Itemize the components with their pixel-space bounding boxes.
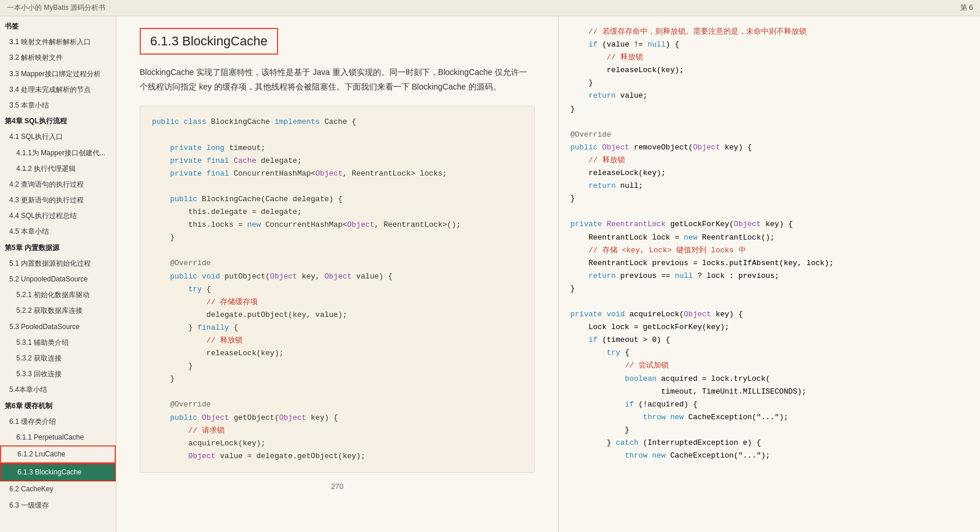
sidebar[interactable]: 书签3.1 映射文件解析解析入口3.2 解析映射文件3.3 Mapper接口绑定… [0,16,116,532]
top-bar-title: 一本小小的 MyBatis 源码分析书 [7,3,105,13]
sidebar-item-s3[interactable]: 3.2 解析映射文件 [0,50,116,66]
code-line: // 若缓存存命中，则释放锁。需要注意的是，未命中则不释放锁 [570,26,968,38]
code-line: Lock lock = getLockForKey(key); [570,321,968,334]
code-line [570,295,968,308]
sidebar-item-s18[interactable]: 5.2.1 初始化数据库驱动 [0,287,116,303]
sidebar-item-s29[interactable]: 6.1.3 BlockingCache [0,463,116,481]
code-line: if (timeout > 0) { [570,334,968,347]
code-line: // 释放锁 [570,51,968,64]
sidebar-item-s7[interactable]: 第4章 SQL执行流程 [0,113,116,129]
code-line: timeout, TimeUnit.MILLISECONDS); [570,385,968,398]
code-line: if (!acquired) { [570,398,968,411]
sidebar-item-s26[interactable]: 6.1 缓存类介绍 [0,414,116,430]
sidebar-item-s5[interactable]: 3.4 处理未完成解析的节点 [0,82,116,98]
code-line: } [152,231,523,244]
code-line: try { [152,283,523,296]
sidebar-item-s24[interactable]: 5.4本章小结 [0,382,116,398]
code-line: } [570,192,968,205]
code-line: } [570,283,968,295]
code-line: private final ConcurrentHashMap<Object, … [152,167,523,180]
sidebar-item-s12[interactable]: 4.3 更新语句的执行过程 [0,192,116,208]
sidebar-item-s6[interactable]: 3.5 本章小结 [0,98,116,113]
sidebar-item-s16[interactable]: 5.1 内置数据源初始化过程 [0,256,116,272]
code-line: return value; [570,90,968,102]
sidebar-item-s20[interactable]: 5.3 PooledDataSource [0,319,116,335]
sidebar-item-s17[interactable]: 5.2 UnpooledDataSource [0,272,116,287]
page-number: 270 [140,482,535,491]
code-line: @Override [152,398,523,411]
code-line: try { [570,347,968,359]
top-bar: 一本小小的 MyBatis 源码分析书 第 6 [0,0,980,16]
code-line [570,116,968,128]
sidebar-item-s13[interactable]: 4.4 SQL执行过程总结 [0,208,116,224]
code-line: // 存储缓存项 [152,296,523,309]
sidebar-item-s27[interactable]: 6.1.1 PerpetualCache [0,430,116,445]
code-line: public Object getObject(Object key) { [152,412,523,424]
sidebar-item-s19[interactable]: 5.2.2 获取数据库连接 [0,303,116,319]
code-line: return null; [570,180,968,192]
code-line: releaseLock(key); [152,347,523,360]
code-line: } [152,360,523,373]
code-line: } [570,103,968,116]
code-line: releaseLock(key); [570,167,968,180]
right-code-panel: // 若缓存存命中，则释放锁。需要注意的是，未命中则不释放锁 if (value… [559,16,980,532]
code-line: } [570,424,968,437]
main-container: 书签3.1 映射文件解析解析入口3.2 解析映射文件3.3 Mapper接口绑定… [0,16,980,532]
code-line: private ReentrantLock getLockForKey(Obje… [570,218,968,231]
code-line [570,205,968,218]
code-line: Object value = delegate.getObject(key); [152,450,523,463]
code-line [152,385,523,398]
code-line [152,244,523,257]
sidebar-item-s1[interactable]: 书签 [0,19,116,34]
code-line: private final Cache delegate; [152,155,523,167]
code-line: releaseLock(key); [570,64,968,77]
code-line: @Override [152,257,523,270]
code-line: // 释放锁 [152,334,523,347]
sidebar-item-s8[interactable]: 4.1 SQL执行入口 [0,129,116,145]
sidebar-item-s15[interactable]: 第5章 内置数据源 [0,240,116,256]
code-line: // 请求锁 [152,424,523,437]
sidebar-item-s11[interactable]: 4.2 查询语句的执行过程 [0,177,116,192]
code-line: this.locks = new ConcurrentHashMap<Objec… [152,219,523,231]
code-line: private void acquireLock(Object key) { [570,308,968,321]
section-title: 6.1.3 BlockingCache [150,34,268,49]
top-bar-page: 第 6 [960,3,973,13]
code-line: } [570,77,968,90]
code-line: public BlockingCache(Cache delegate) { [152,193,523,206]
code-line: @Override [570,128,968,141]
code-line: throw new CacheException("..."); [570,411,968,424]
sidebar-item-s23[interactable]: 5.3.3 回收连接 [0,366,116,382]
sidebar-item-s2[interactable]: 3.1 映射文件解析解析入口 [0,34,116,50]
code-line: public Object removeObject(Object key) { [570,141,968,154]
code-line: public void putObject(Object key, Object… [152,270,523,283]
sidebar-item-s21[interactable]: 5.3.1 辅助类介绍 [0,335,116,351]
code-line: } [152,373,523,385]
code-line: } finally { [152,322,523,334]
sidebar-item-s31[interactable]: 6.3 一级缓存 [0,498,116,513]
code-line: // 释放锁 [570,154,968,167]
code-line: private long timeout; [152,142,523,155]
code-line: public class BlockingCache implements Ca… [152,116,523,128]
sidebar-item-s10[interactable]: 4.1.2 执行代理逻辑 [0,161,116,177]
content-area: 6.1.3 BlockingCache BlockingCache 实现了阻塞特… [116,16,980,532]
code-line: this.delegate = delegate; [152,206,523,219]
code-line: return previous == null ? lock : previou… [570,270,968,283]
code-line: } catch (InterruptedException e) { [570,437,968,449]
code-line: throw new CacheException("..."); [570,449,968,462]
code-line: // 存储 <key, Lock> 键值对到 locks 中 [570,244,968,257]
section-title-box: 6.1.3 BlockingCache [140,28,278,55]
sidebar-item-s14[interactable]: 4.5 本章小结 [0,224,116,240]
code-line [152,128,523,141]
code-line: acquireLock(key); [152,437,523,450]
sidebar-item-s30[interactable]: 6.2 CacheKey [0,481,116,497]
sidebar-item-s25[interactable]: 第6章 缓存机制 [0,398,116,414]
section-desc: BlockingCache 实现了阻塞特性，该特性是基于 Java 重入锁实现的… [140,65,535,94]
sidebar-item-s9[interactable]: 4.1.1为 Mapper接口创建代... [0,145,116,161]
sidebar-item-s22[interactable]: 5.3.2 获取连接 [0,351,116,366]
left-code-block: public class BlockingCache implements Ca… [140,106,535,473]
sidebar-item-s28[interactable]: 6.1.2 LruCache [0,445,116,463]
code-line: // 尝试加锁 [570,359,968,372]
code-line: boolean acquired = lock.tryLock( [570,373,968,385]
page-content: 6.1.3 BlockingCache BlockingCache 实现了阻塞特… [116,16,559,532]
sidebar-item-s4[interactable]: 3.3 Mapper接口绑定过程分析 [0,66,116,82]
